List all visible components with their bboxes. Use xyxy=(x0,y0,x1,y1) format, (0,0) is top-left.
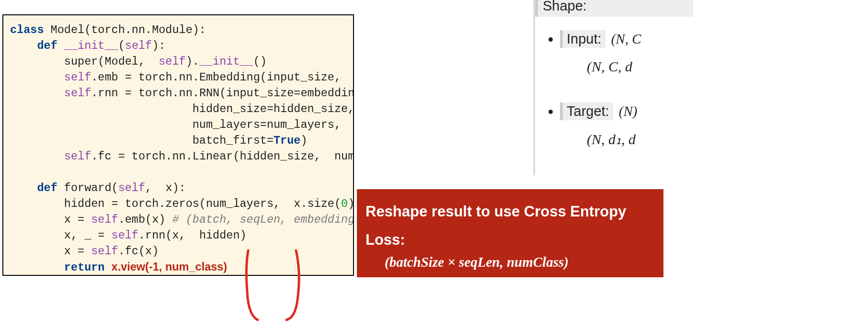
kw-true: True xyxy=(274,134,300,147)
kw-self: self xyxy=(125,39,152,52)
shape-target-sub: (N, d₁, d xyxy=(587,131,693,147)
code-comment: # (batch, seqLen, embeddingSize) xyxy=(172,213,354,226)
shape-heading: Shape: xyxy=(535,0,693,17)
code-text: .emb(x) xyxy=(118,213,172,226)
code-text: , x): xyxy=(145,182,186,194)
code-text: forward( xyxy=(57,182,118,194)
code-text: super(Model, xyxy=(10,55,159,68)
code-text: .fc = torch.nn.Linear(hidden_size, num_c… xyxy=(91,150,354,163)
code-text: .rnn(x, hidden) xyxy=(138,229,247,242)
code-text: Model(torch.nn.Module): xyxy=(44,23,206,36)
kw-self: self xyxy=(64,87,91,100)
code-text: num_layers=num_layers, xyxy=(10,118,341,131)
kw-return: return xyxy=(64,261,105,274)
kw-self: self xyxy=(91,213,118,226)
shape-input-sub: (N, C, d xyxy=(587,58,693,75)
code-text: x = xyxy=(10,213,91,226)
code-text: ) xyxy=(300,134,307,147)
callout-title: Reshape result to use Cross Entropy Loss… xyxy=(365,198,655,254)
kw-self: self xyxy=(112,229,138,242)
code-text: .rnn = torch.nn.RNN(input_size=embedding… xyxy=(91,87,354,100)
code-text: ), hidden_size) xyxy=(348,197,354,210)
shape-item-target: Target: (N) (N, d₁, d xyxy=(560,102,693,147)
kw-self: self xyxy=(91,245,118,258)
return-expression: x.view(-1, num_class) xyxy=(112,261,228,273)
dunder-init: __init__ xyxy=(199,55,253,68)
code-text: x, _ = xyxy=(10,229,112,242)
shape-target-math: (N) xyxy=(619,103,638,119)
code-text: hidden = torch.zeros(num_layers, x.size( xyxy=(10,197,341,210)
kw-def: def xyxy=(37,39,57,52)
code-text: ): xyxy=(152,39,165,52)
shape-input-label: Input: xyxy=(560,30,605,48)
code-text: .fc(x) xyxy=(118,245,159,258)
shape-panel: Shape: Input: (N, C (N, C, d Target: (N)… xyxy=(533,0,693,175)
shape-list: Input: (N, C (N, C, d Target: (N) (N, d₁… xyxy=(560,30,693,147)
code-text: ( xyxy=(118,39,125,52)
code-text: x = xyxy=(10,245,91,258)
code-text: hidden_size=hidden_size, xyxy=(10,102,354,115)
shape-item-input: Input: (N, C (N, C, d xyxy=(560,30,693,75)
kw-self: self xyxy=(118,182,145,194)
callout-line1: Reshape result to use Cross Entropy xyxy=(365,203,626,220)
callout-formula: (batchSize × seqLen, numClass) xyxy=(365,254,655,270)
kw-self: self xyxy=(64,71,91,84)
callout-line2: Loss: xyxy=(365,231,405,248)
kw-def: def xyxy=(37,182,57,194)
reshape-callout: Reshape result to use Cross Entropy Loss… xyxy=(357,189,663,277)
dunder-init: __init__ xyxy=(64,39,118,52)
kw-self: self xyxy=(159,55,185,68)
shape-target-label: Target: xyxy=(560,102,613,120)
code-text: batch_first= xyxy=(10,134,274,147)
num-zero: 0 xyxy=(341,197,348,210)
code-text: .emb = torch.nn.Embedding(input_size, em… xyxy=(91,71,354,84)
code-block: class Model(torch.nn.Module): def __init… xyxy=(2,14,354,276)
code-text: () xyxy=(253,55,267,68)
shape-input-math: (N, C xyxy=(611,31,641,46)
kw-class: class xyxy=(10,23,44,36)
code-text: ). xyxy=(186,55,199,68)
kw-self: self xyxy=(64,150,91,163)
